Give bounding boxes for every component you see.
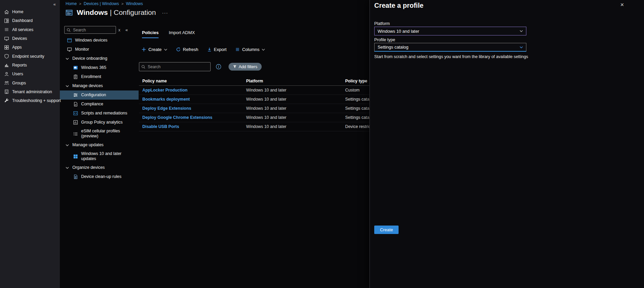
user-icon bbox=[4, 72, 9, 77]
wrench-icon bbox=[4, 98, 9, 103]
nav-item-compliance[interactable]: Compliance bbox=[60, 100, 139, 109]
page-title: Windows| Configuration bbox=[77, 8, 156, 17]
tab-policies[interactable]: Policies bbox=[142, 30, 159, 38]
column-header-platform[interactable]: Platform bbox=[246, 79, 345, 83]
policy-link[interactable]: Deploy Google Chrome Extensions bbox=[142, 115, 212, 120]
sidebar-item-home[interactable]: Home bbox=[0, 7, 60, 16]
tab-bar: Policies Import ADMX bbox=[142, 30, 195, 38]
chevron-down-icon bbox=[520, 46, 523, 48]
sidebar-item-troubleshooting[interactable]: Troubleshooting + support bbox=[0, 96, 60, 105]
profile-type-dropdown[interactable]: Settings catalog bbox=[374, 43, 526, 52]
close-icon[interactable]: × bbox=[620, 2, 624, 8]
sidebar-item-devices[interactable]: Devices bbox=[0, 34, 60, 43]
policy-search-input[interactable] bbox=[139, 62, 211, 71]
sidebar-item-label: All services bbox=[12, 27, 33, 32]
sidebar-item-endpoint-security[interactable]: Endpoint security bbox=[0, 52, 60, 60]
sidebar-item-users[interactable]: Users bbox=[0, 70, 60, 78]
policies-table: Policy name Platform Policy type AppLock… bbox=[139, 77, 370, 131]
more-options-button[interactable]: ··· bbox=[162, 10, 168, 16]
policy-link[interactable]: Deploy Edge Extensions bbox=[142, 106, 191, 111]
breadcrumb-link-windows[interactable]: Windows bbox=[126, 1, 143, 6]
nav-group-organize-devices[interactable]: Organize devices bbox=[60, 163, 139, 172]
platform-dropdown[interactable]: Windows 10 and later bbox=[374, 27, 526, 35]
nav-item-enrollment[interactable]: Enrollment bbox=[60, 72, 139, 81]
nav-item-configuration[interactable]: Configuration bbox=[60, 90, 139, 100]
scripts-icon bbox=[73, 111, 78, 116]
column-header-policy-name[interactable]: Policy name bbox=[139, 79, 246, 83]
nav-item-monitor[interactable]: Monitor bbox=[60, 45, 139, 54]
nav-group-manage-devices[interactable]: Manage devices bbox=[60, 81, 139, 90]
platform-dropdown-value: Windows 10 and later bbox=[378, 29, 419, 34]
nav-searchbox bbox=[64, 26, 116, 34]
configuration-icon bbox=[73, 93, 78, 98]
tab-import-admx[interactable]: Import ADMX bbox=[169, 30, 195, 38]
blade-nav: Windows devices Monitor Device onboardin… bbox=[60, 36, 139, 181]
breadcrumb-link-devices-windows[interactable]: Devices | Windows bbox=[84, 1, 119, 6]
sidebar-item-apps[interactable]: Apps bbox=[0, 43, 60, 52]
building-icon bbox=[4, 89, 9, 94]
nav-group-manage-updates[interactable]: Manage updates bbox=[60, 140, 139, 150]
add-filters-button[interactable]: Add filters bbox=[229, 63, 262, 71]
command-bar: Create Refresh Export Columns bbox=[142, 47, 265, 52]
windows-365-icon bbox=[73, 65, 78, 70]
sidebar-item-label: Dashboard bbox=[12, 18, 33, 23]
sidebar-item-label: Apps bbox=[12, 45, 22, 50]
nav-item-esim-profiles[interactable]: eSIM cellular profiles (preview) bbox=[60, 127, 139, 140]
policy-link[interactable]: Bookmarks deployment bbox=[142, 97, 190, 102]
esim-icon bbox=[73, 131, 78, 136]
platform-cell: Windows 10 and later bbox=[246, 88, 345, 93]
sidebar-item-label: Devices bbox=[12, 36, 27, 41]
platform-cell: Windows 10 and later bbox=[246, 115, 345, 120]
filter-icon bbox=[233, 65, 237, 69]
policy-type-cell: Settings catalog bbox=[345, 97, 370, 102]
policy-link[interactable]: Disable USB Ports bbox=[142, 124, 179, 129]
flyout-create-button[interactable]: Create bbox=[374, 226, 399, 234]
nav-collapse-button[interactable]: « bbox=[125, 27, 128, 32]
columns-button[interactable]: Columns bbox=[235, 47, 265, 52]
sidebar-item-dashboard[interactable]: Dashboard bbox=[0, 16, 60, 25]
table-header: Policy name Platform Policy type bbox=[139, 77, 370, 86]
breadcrumb: Home > Devices | Windows > Windows bbox=[66, 1, 143, 6]
nav-search-clear-button[interactable]: x bbox=[118, 28, 120, 32]
refresh-button[interactable]: Refresh bbox=[176, 47, 198, 52]
group-policy-analytics-icon bbox=[73, 120, 78, 125]
home-icon bbox=[4, 9, 9, 15]
chevron-down-icon bbox=[66, 167, 69, 169]
profile-type-label: Profile type bbox=[374, 37, 395, 42]
all-services-icon bbox=[4, 27, 9, 32]
nav-item-scripts-remediations[interactable]: Scripts and remediations bbox=[60, 109, 139, 118]
nav-item-windows-devices[interactable]: Windows devices bbox=[60, 36, 139, 45]
nav-item-windows-365[interactable]: Windows 365 bbox=[60, 63, 139, 72]
dashboard-icon bbox=[4, 18, 9, 23]
info-icon[interactable] bbox=[216, 64, 221, 70]
device-cleanup-icon bbox=[73, 174, 78, 179]
sidebar-item-groups[interactable]: Groups bbox=[0, 78, 60, 87]
devices-icon bbox=[4, 36, 9, 41]
table-row: Bookmarks deployment Windows 10 and late… bbox=[139, 95, 370, 104]
plus-icon bbox=[142, 47, 146, 52]
sidebar-item-label: Endpoint security bbox=[12, 54, 44, 59]
export-button[interactable]: Export bbox=[207, 47, 227, 52]
windows-configuration-icon bbox=[65, 9, 73, 17]
table-row: Deploy Google Chrome Extensions Windows … bbox=[139, 113, 370, 122]
columns-icon bbox=[235, 47, 240, 52]
nav-group-device-onboarding[interactable]: Device onboarding bbox=[60, 54, 139, 63]
sidebar-item-reports[interactable]: Reports bbox=[0, 61, 60, 70]
filter-row: Add filters bbox=[139, 62, 262, 71]
nav-search-input[interactable] bbox=[64, 26, 116, 34]
policy-link[interactable]: AppLocker Production bbox=[142, 88, 188, 93]
column-header-policy-type[interactable]: Policy type bbox=[345, 79, 370, 83]
sidebar-item-tenant-administration[interactable]: Tenant administration bbox=[0, 87, 60, 96]
flyout-title: Create a profile bbox=[374, 2, 424, 9]
sidebar: « Home Dashboard All services Devices Ap… bbox=[0, 0, 60, 288]
sidebar-item-all-services[interactable]: All services bbox=[0, 25, 60, 34]
nav-item-windows-updates[interactable]: Windows 10 and later updates bbox=[60, 150, 139, 163]
nav-item-device-cleanup-rules[interactable]: Device clean-up rules bbox=[60, 172, 139, 181]
nav-item-group-policy-analytics[interactable]: Group Policy analytics bbox=[60, 118, 139, 127]
create-button[interactable]: Create bbox=[142, 47, 167, 52]
sidebar-collapse-button[interactable]: « bbox=[0, 0, 60, 7]
breadcrumb-link-home[interactable]: Home bbox=[66, 1, 77, 6]
shield-icon bbox=[4, 54, 9, 59]
enrollment-icon bbox=[73, 74, 78, 79]
profile-type-dropdown-value: Settings catalog bbox=[378, 45, 408, 50]
